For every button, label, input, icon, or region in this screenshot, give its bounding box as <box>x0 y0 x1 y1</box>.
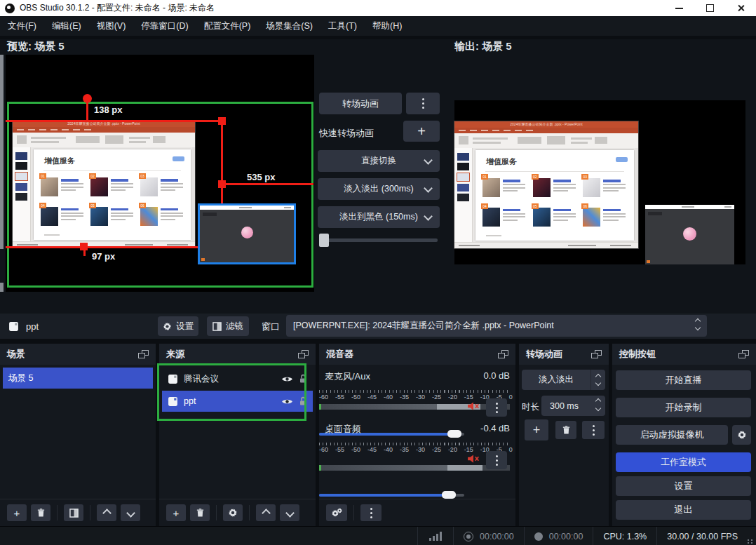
transitions-header: 转场动画 <box>519 344 609 365</box>
quick-transition-fade[interactable]: 淡入淡出 (300ms) <box>318 178 440 200</box>
menu-view[interactable]: 视图(V) <box>89 16 134 36</box>
advanced-audio-button[interactable] <box>326 504 347 521</box>
crop-handle-bottom[interactable] <box>80 243 88 250</box>
window-property-label: 窗口 <box>262 321 280 333</box>
add-quick-transition-button[interactable]: + <box>403 121 440 142</box>
menu-edit[interactable]: 编辑(E) <box>44 16 89 36</box>
mixer-panel: 混音器 麦克风/Aux 0.0 dB -60-55-50-45-40-35-30… <box>319 344 515 526</box>
popout-icon[interactable] <box>298 350 309 358</box>
close-button[interactable] <box>725 0 756 16</box>
quick-transition-fade-to-black[interactable]: 淡出到黑色 (150ms) <box>318 206 440 228</box>
source-properties-button[interactable] <box>223 504 243 521</box>
popout-icon[interactable] <box>138 350 149 358</box>
ppt-body: 增值服务 01 02 03 04 05 06 <box>13 147 195 242</box>
transition-bar-track[interactable] <box>320 238 438 242</box>
mute-speaker-icon[interactable] <box>467 401 480 411</box>
transition-options-button[interactable] <box>582 421 605 439</box>
start-virtual-camera-button[interactable]: 启动虚拟摄像机 <box>616 425 728 445</box>
crop-line-bottom <box>6 246 223 248</box>
title-bar: OBS Studio 30.1.2 - 配置文件: 未命名 - 场景: 未命名 <box>0 0 756 17</box>
hidden-dock-tab[interactable] <box>0 249 4 283</box>
crop-top-label: 138 px <box>94 105 122 115</box>
menu-help[interactable]: 帮助(H) <box>365 16 410 36</box>
record-status-icon <box>534 532 543 541</box>
remove-scene-button[interactable] <box>31 504 50 521</box>
mixer-channel2-volume-slider[interactable] <box>319 494 464 497</box>
filter-icon <box>212 322 222 331</box>
source-properties-label: 设置 <box>176 321 194 332</box>
mixer-channel2-meter <box>319 465 510 471</box>
add-source-button[interactable]: + <box>166 504 186 521</box>
stream-timer: 00:00:00 <box>480 532 514 541</box>
popout-icon[interactable] <box>498 350 508 358</box>
meeting-window-output <box>645 205 734 264</box>
move-scene-down-button[interactable] <box>121 504 140 521</box>
meter-scale: -60-55-50-45-40-35-30-25-20-15-10-50 <box>319 393 513 401</box>
transition-button[interactable]: 转场动画 <box>319 93 402 114</box>
resize-grip[interactable] <box>748 539 753 544</box>
volume-slider-handle[interactable] <box>447 430 461 438</box>
add-transition-button[interactable]: + <box>525 419 548 440</box>
maximize-icon <box>706 4 714 12</box>
source-filters-button[interactable]: 滤镜 <box>207 316 249 336</box>
menu-tools[interactable]: 工具(T) <box>320 16 365 36</box>
menu-docks[interactable]: 停靠窗口(D) <box>133 16 196 36</box>
network-signal-icon <box>429 532 442 541</box>
start-recording-button[interactable]: 开始录制 <box>616 398 751 417</box>
plus-icon: + <box>533 423 541 438</box>
status-bar: 00:00:00 00:00:00 CPU: 1.3% 30.00 / 30.0… <box>0 526 756 545</box>
minimize-button[interactable] <box>663 0 694 16</box>
meter-scale: -60-55-50-45-40-35-30-25-20-15-10-50 <box>319 446 513 453</box>
exit-button[interactable]: 退出 <box>616 500 751 520</box>
popout-icon[interactable] <box>591 350 602 358</box>
move-scene-up-button[interactable] <box>97 504 116 521</box>
ppt-window-preview[interactable]: 2024菲耀直播公司简介全新 .pptx - PowerPoint 增值服务 <box>13 121 195 248</box>
chevron-down-icon <box>424 184 433 193</box>
menu-profile[interactable]: 配置文件(P) <box>196 16 259 36</box>
mute-speaker-icon[interactable] <box>467 454 480 464</box>
scenes-title: 场景 <box>7 348 25 361</box>
scene-item-scene5[interactable]: 场景 5 <box>3 368 153 389</box>
popout-icon[interactable] <box>738 350 749 358</box>
start-streaming-button[interactable]: 开始直播 <box>616 370 751 390</box>
ppt-body: 增值服务 01 02 03 04 05 06 <box>454 148 638 243</box>
obs-logo-icon <box>5 4 15 13</box>
scene-filters-button[interactable] <box>64 504 83 521</box>
move-source-up-button[interactable] <box>256 504 276 521</box>
duration-spinbox[interactable]: 300 ms <box>541 396 605 416</box>
move-source-down-button[interactable] <box>280 504 299 521</box>
transition-select[interactable]: 淡入淡出 <box>522 370 605 390</box>
mixer-toolbar <box>319 499 515 526</box>
scenes-header: 场景 <box>0 344 156 365</box>
mixer-options-button[interactable] <box>360 504 382 521</box>
plus-icon: + <box>417 123 426 140</box>
menu-scene-collection[interactable]: 场景集合(S) <box>258 16 320 36</box>
transition-bar-handle[interactable] <box>319 234 329 247</box>
remove-source-button[interactable] <box>190 504 210 521</box>
crop-top-handle-circle[interactable] <box>83 94 92 103</box>
selected-source-outline[interactable] <box>198 203 296 264</box>
remove-transition-button[interactable] <box>555 421 576 439</box>
source-context-bar: ppt 设置 滤镜 窗口 [POWERPNT.EXE]: 2024菲耀直播公司简… <box>0 314 756 342</box>
ppt-slide: 增值服务 01 02 03 04 05 06 <box>34 149 191 240</box>
crop-line-top <box>6 120 223 122</box>
settings-button[interactable]: 设置 <box>616 476 751 496</box>
card-badge: 01 <box>481 174 488 180</box>
channel2-options-button[interactable] <box>486 451 507 469</box>
menu-file[interactable]: 文件(F) <box>0 16 44 36</box>
quick-transition-cut[interactable]: 直接切换 <box>318 150 440 172</box>
channel1-options-button[interactable] <box>486 398 507 417</box>
sources-toolbar: + <box>159 499 316 526</box>
ppt-window-output: 2024菲耀直播公司简介全新 .pptx - PowerPoint 增值服务 <box>454 121 638 248</box>
add-scene-button[interactable]: + <box>7 504 27 521</box>
maximize-button[interactable] <box>694 0 725 16</box>
source-properties-button[interactable]: 设置 <box>158 316 198 336</box>
mixer-title: 混音器 <box>326 348 353 361</box>
studio-mode-button[interactable]: 工作室模式 <box>616 452 751 472</box>
virtual-camera-settings-button[interactable] <box>732 425 751 445</box>
meeting-name-chip <box>203 213 217 216</box>
chevron-down-icon <box>126 509 135 518</box>
transition-menu-button[interactable] <box>406 93 440 114</box>
volume-slider-handle[interactable] <box>442 491 456 499</box>
window-capture-select[interactable]: [POWERPNT.EXE]: 2024菲耀直播公司简介全新 .pptx - P… <box>286 315 707 337</box>
